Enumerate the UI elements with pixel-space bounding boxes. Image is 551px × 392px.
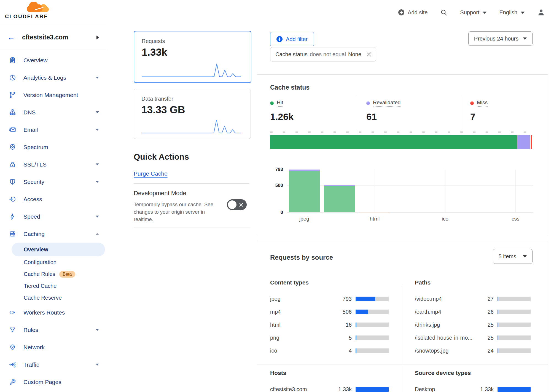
sidebar-item-workers-routes[interactable]: Workers Routes: [0, 304, 106, 321]
list-item: /drinks.jpg25: [415, 318, 531, 331]
data-transfer-label: Data transfer: [141, 96, 251, 102]
support-menu[interactable]: Support: [460, 9, 487, 16]
legend-label[interactable]: Miss: [477, 100, 488, 107]
stacked-segment-miss: [531, 135, 532, 149]
user-account-icon[interactable]: [537, 9, 545, 16]
requests-value: 1.33k: [142, 47, 251, 58]
chevron-down-icon: [96, 111, 99, 113]
divider: [403, 286, 403, 392]
back-arrow-icon[interactable]: ←: [7, 34, 15, 41]
sidebar-subitem-tiered-cache[interactable]: Tiered Cache: [12, 280, 105, 292]
sidebar-item-ssl-tls[interactable]: SSL/TLS: [0, 156, 106, 173]
legend-value: 7: [470, 111, 532, 122]
sidebar-item-security[interactable]: Security: [0, 173, 106, 190]
sidebar-item-version-management[interactable]: Version Management: [0, 86, 106, 104]
sidebar-item-overview[interactable]: Overview: [0, 52, 106, 69]
meter-bar: [356, 348, 389, 353]
meter-bar: [498, 335, 531, 340]
dashed-separator: [270, 131, 532, 133]
close-icon[interactable]: [366, 52, 372, 57]
x-axis-label: [463, 216, 498, 222]
metrics-column: Requests 1.33k Data transfer 13.33 GB Qu…: [106, 25, 257, 392]
add-site-button[interactable]: Add site: [398, 9, 428, 16]
sidebar-item-rules[interactable]: Rules: [0, 321, 106, 339]
time-range-dropdown[interactable]: Previous 24 hours: [468, 31, 533, 46]
legend-dot: [470, 101, 474, 105]
sidebar-subitem-cache-reserve[interactable]: Cache Reserve: [12, 292, 105, 304]
list-item: /snowtops.jpg24: [415, 344, 531, 357]
analytics-panel: Add filter Previous 24 hours Cache statu…: [257, 25, 551, 392]
bar-unlabeled: [463, 170, 498, 213]
language-menu[interactable]: English: [499, 9, 525, 16]
divider: [134, 183, 249, 184]
purge-cache-link[interactable]: Purge Cache: [134, 170, 168, 177]
chevron-up-icon: [96, 233, 99, 235]
chevron-down-icon: [96, 163, 99, 165]
clipboard-icon: [9, 57, 16, 64]
items-count-dropdown[interactable]: 5 items: [493, 249, 533, 264]
search-icon[interactable]: [440, 9, 447, 16]
bar-png: [392, 170, 428, 213]
add-filter-button[interactable]: Add filter: [270, 32, 314, 46]
sidebar-item-custom-pages[interactable]: Custom Pages: [0, 373, 106, 391]
list-item: png5: [270, 331, 389, 344]
meter-bar: [356, 387, 389, 392]
requests-by-source-title: Requests by source: [270, 254, 333, 261]
cache-bar-plot: [287, 170, 533, 213]
legend-dot: [270, 101, 274, 105]
legend-miss[interactable]: Miss7: [461, 96, 532, 130]
sidebar-item-network[interactable]: Network: [0, 339, 106, 356]
sidebar-item-dns[interactable]: DNS: [0, 104, 106, 121]
sidebar-item-traffic[interactable]: Traffic: [0, 356, 106, 373]
sidebar-subitem-configuration[interactable]: Configuration: [12, 256, 105, 268]
requests-metric-card[interactable]: Requests 1.33k: [134, 31, 251, 83]
filter-chip[interactable]: Cache status does not equal None: [270, 47, 376, 61]
requests-by-source-card: Requests by source 5 items Content types…: [257, 242, 548, 392]
bar-segment-mixed: [465, 212, 496, 213]
x-axis-label: [322, 216, 357, 222]
lightning-icon: [9, 213, 16, 220]
chevron-down-icon: [523, 37, 527, 40]
cloudflare-logo[interactable]: CLOUDFLARE: [5, 2, 50, 20]
sidebar-item-email[interactable]: Email: [0, 121, 106, 138]
site-selector[interactable]: ← cftestsite3.com: [0, 25, 106, 50]
list-item: /video.mp427: [415, 292, 531, 305]
list-item: ico4: [270, 344, 389, 357]
meter-bar: [356, 323, 389, 327]
devices-list: Desktop1.33k: [415, 383, 531, 392]
chevron-down-icon: [483, 12, 487, 14]
bar-segment-mixed: [500, 212, 531, 213]
sidebar-subitem-overview[interactable]: Overview: [12, 243, 105, 256]
chevron-down-icon: [96, 329, 99, 331]
cache-bars: [287, 170, 533, 213]
meter-bar: [498, 348, 531, 353]
legend-label[interactable]: Revalidated: [373, 100, 401, 107]
cache-bar-labels: jpeghtmlicocss: [287, 216, 533, 222]
chevron-down-icon: [523, 255, 527, 257]
sidebar-item-speed[interactable]: Speed: [0, 208, 106, 225]
list-item: /isolated-house-in-mo...25: [415, 331, 531, 344]
content-types-section: Content types jpeg793mp4506html16png5ico…: [270, 279, 389, 357]
list-item: /earth.mp426: [415, 305, 531, 318]
sidebar-item-analytics-logs[interactable]: Analytics & Logs: [0, 69, 106, 86]
legend-hit[interactable]: Hit1.26k: [270, 96, 357, 130]
sidebar-item-access[interactable]: Access: [0, 190, 106, 208]
development-mode-toggle[interactable]: [227, 199, 247, 210]
top-header: CLOUDFLARE Add site Support English: [0, 0, 551, 25]
divider: [134, 227, 249, 227]
sidebar-nav: OverviewAnalytics & LogsVersion Manageme…: [0, 50, 106, 391]
list-item: jpeg793: [270, 292, 389, 305]
legend-label[interactable]: Hit: [277, 100, 283, 107]
x-axis-label: [392, 216, 428, 222]
data-transfer-value: 13.33 GB: [141, 104, 251, 116]
sidebar-subitem-cache-rules[interactable]: Cache RulesBeta: [12, 268, 105, 280]
legend-revalidated[interactable]: Revalidated61: [357, 96, 461, 130]
sidebar-item-caching[interactable]: Caching: [0, 225, 106, 243]
data-transfer-metric-card[interactable]: Data transfer 13.33 GB: [134, 89, 251, 139]
meter-bar: [356, 310, 389, 314]
stacked-segment-hit: [270, 135, 517, 149]
sidebar-item-spectrum[interactable]: Spectrum: [0, 138, 106, 156]
x-axis-label: jpeg: [287, 216, 322, 222]
chevron-right-icon[interactable]: [96, 36, 99, 39]
y-axis-tick: 500: [257, 183, 283, 188]
